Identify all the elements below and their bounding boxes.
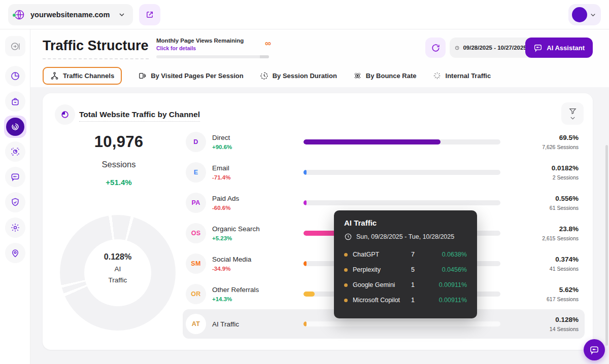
- map-pin-icon: [10, 248, 20, 258]
- sidebar-nav: [0, 29, 30, 364]
- ai-assistant-button[interactable]: AI Assistant: [525, 38, 593, 58]
- channel-sessions: 7,626 Sessions: [542, 144, 579, 150]
- channel-bar-track: [303, 200, 500, 205]
- chat-bubble-icon: [10, 172, 20, 182]
- source-name: ChatGPT: [353, 251, 411, 258]
- quota-used-segment: [260, 55, 269, 58]
- channel-bar-fill: [303, 321, 307, 326]
- source-name: Google Gemini: [353, 281, 411, 288]
- tab-label: By Visited Pages Per Session: [151, 72, 244, 80]
- bullet-dot: [344, 268, 348, 272]
- channel-badge: SM: [186, 253, 206, 274]
- tab-session-duration[interactable]: By Session Duration: [260, 71, 337, 80]
- total-sessions-label: Sessions: [63, 160, 175, 169]
- internal-traffic-icon: [433, 71, 442, 80]
- support-chat-button[interactable]: [584, 339, 605, 360]
- open-website-button[interactable]: [139, 4, 160, 25]
- source-count: 7: [411, 251, 428, 258]
- donut-center-line2: AI: [60, 265, 176, 273]
- tab-bounce-rate[interactable]: By Bounce Rate: [353, 71, 417, 80]
- sidebar-item-feedback[interactable]: [5, 167, 25, 187]
- tooltip-row: Perplexity 5 0.0456%: [344, 262, 467, 277]
- channel-delta: -60.6%: [212, 205, 230, 211]
- channel-percent: 0.0182%: [552, 164, 579, 172]
- source-count: 1: [411, 297, 428, 304]
- sidebar-item-ecommerce[interactable]: [5, 91, 25, 112]
- tabs-bar: Traffic Channels By Visited Pages Per Se…: [43, 66, 491, 85]
- totals-block: 10,976 Sessions +51.4%: [63, 133, 175, 187]
- external-link-icon: [145, 10, 154, 19]
- total-sessions-value: 10,976: [63, 133, 175, 151]
- tab-traffic-channels[interactable]: Traffic Channels: [43, 67, 122, 85]
- shield-check-icon: [10, 197, 20, 207]
- channel-badge: OS: [186, 223, 206, 243]
- bullet-dot: [344, 253, 348, 257]
- tab-label: By Session Duration: [273, 72, 337, 80]
- quota-details-link[interactable]: Click for details: [156, 45, 273, 51]
- channel-name: Direct: [212, 134, 230, 141]
- channel-bar-track: [303, 139, 500, 144]
- sidebar-collapse-button[interactable]: [5, 36, 25, 56]
- source-count: 5: [411, 266, 428, 273]
- tooltip-rows: ChatGPT 7 0.0638% Perplexity 5 0.0456% G…: [344, 247, 467, 308]
- channel-badge: D: [186, 132, 206, 152]
- tab-internal-traffic[interactable]: Internal Traffic: [433, 71, 491, 80]
- channel-bar-fill: [303, 139, 441, 144]
- sidebar-item-location[interactable]: [5, 243, 25, 263]
- refresh-button[interactable]: [425, 38, 446, 58]
- channel-percent: 0.556%: [555, 195, 579, 202]
- tooltip-row: Microsoft Copilot 1 0.00911%: [344, 293, 467, 308]
- user-menu[interactable]: [568, 4, 601, 25]
- channel-row-email[interactable]: E Email-71.4% 0.0182%2 Sessions: [183, 157, 585, 188]
- website-selector[interactable]: yourwebsitename.com: [8, 4, 133, 25]
- channel-delta: +14.3%: [212, 296, 232, 302]
- clock-icon: [344, 233, 352, 241]
- tab-label: By Bounce Rate: [366, 72, 417, 80]
- funnel-icon: [568, 107, 577, 116]
- source-name: Perplexity: [353, 266, 411, 273]
- total-delta: +51.4%: [63, 178, 175, 187]
- source-count: 1: [411, 281, 428, 288]
- filter-button[interactable]: [561, 102, 584, 125]
- channel-percent: 5.62%: [559, 286, 579, 294]
- page-scrollbar[interactable]: [605, 145, 608, 346]
- source-percent: 0.00911%: [428, 281, 467, 288]
- collapse-icon: [10, 41, 21, 52]
- channel-badge: AT: [186, 314, 206, 334]
- refresh-icon: [431, 43, 441, 53]
- quota-progress-bar: [156, 55, 269, 58]
- channel-delta: +5.23%: [212, 235, 232, 241]
- pie-chart-icon: [10, 71, 20, 81]
- sidebar-item-recordings[interactable]: [5, 141, 25, 162]
- channel-sessions: 2 Sessions: [553, 174, 579, 180]
- bullet-dot: [344, 283, 348, 287]
- chat-icon: [533, 43, 543, 52]
- source-name: Microsoft Copilot: [353, 297, 411, 304]
- donut-chart-icon: [55, 104, 75, 125]
- gear-icon: [10, 223, 20, 233]
- channel-row-direct[interactable]: D Direct+90.6% 69.5%7,626 Sessions: [183, 127, 585, 157]
- tab-visited-pages[interactable]: By Visited Pages Per Session: [138, 71, 244, 80]
- channel-bar-fill: [303, 261, 307, 266]
- sidebar-item-traffic-active[interactable]: [4, 116, 26, 138]
- channel-percent: 0.374%: [555, 256, 579, 263]
- channel-name: Social Media: [212, 256, 251, 263]
- chevron-down-icon: [589, 11, 597, 19]
- traffic-donut-chart[interactable]: 0.128% AI Traffic: [60, 215, 176, 331]
- channel-name: Other Referrals: [212, 286, 259, 294]
- sidebar-item-seo[interactable]: [5, 192, 25, 212]
- donut-center-line3: Traffic: [60, 276, 176, 284]
- bounce-rate-icon: [353, 71, 362, 80]
- channel-percent: 69.5%: [559, 134, 579, 141]
- sidebar-item-settings[interactable]: [5, 217, 25, 238]
- traffic-by-channel-card: Total Website Traffic by Channel 10,976 …: [43, 93, 593, 350]
- channel-badge: PA: [186, 193, 206, 213]
- card-title: Total Website Traffic by Channel: [79, 110, 200, 122]
- main-content: Total Website Traffic by Channel 10,976 …: [30, 87, 609, 364]
- channel-sessions: 617 Sessions: [547, 296, 579, 302]
- channel-percent: 23.8%: [559, 225, 579, 233]
- channel-percent: 0.128%: [555, 316, 579, 323]
- sidebar-item-dashboard[interactable]: [5, 66, 25, 86]
- channel-delta: +90.6%: [212, 144, 232, 150]
- tab-label: Traffic Channels: [63, 72, 114, 80]
